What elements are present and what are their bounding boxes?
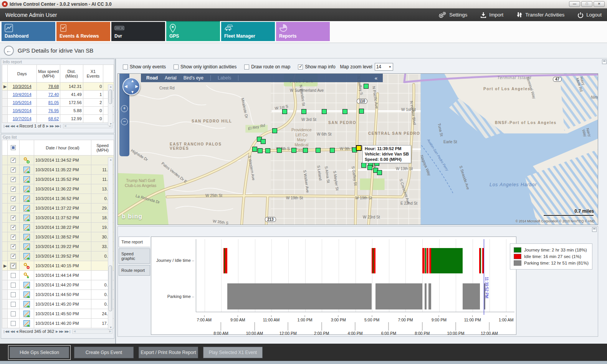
row-checkbox[interactable] [11,273,16,278]
map-compass-control[interactable]: ▲ ▼ ◀ ▶ [122,78,140,95]
gps-marker[interactable] [272,128,277,133]
row-checkbox[interactable] [11,196,16,201]
show-only-ignition-option[interactable]: Show only ignition activities [174,64,237,69]
gps-list-row[interactable]: 10/3/2014 11:38:22 PM19.70 [2,223,114,232]
tab-dashboard[interactable]: Dashboard [2,22,55,41]
gps-list-row[interactable]: 10/3/2014 11:44:14 PM [2,271,114,280]
info-report-scrollbar[interactable] [108,84,113,126]
max-speed-link[interactable]: 78.68 [48,84,59,89]
pager-nextpage-button[interactable]: ▶▶ [50,124,54,128]
column-header-days[interactable]: Days [7,65,36,83]
logout-button[interactable]: Logout [577,12,602,18]
gps-list-row[interactable]: 10/3/2014 11:35:22 PM11.97 [2,165,114,175]
map-panel-collapse-button[interactable] [602,60,607,64]
row-checkbox[interactable] [11,206,16,211]
column-header-x1-events[interactable]: X1 Events [83,65,103,83]
settings-button[interactable]: Settings [438,12,467,18]
gps-marker[interactable] [303,148,308,153]
checkbox[interactable] [244,65,249,69]
map-style-road[interactable]: Road [146,75,158,81]
gps-list-row[interactable]: 10/3/2014 11:36:52 PM0.00 [2,194,114,204]
gps-marker[interactable] [258,148,263,153]
report-tab-speed-graphic[interactable]: Speed graphic [119,248,150,264]
export-print-route-report-button[interactable]: Export / Print Route Report [139,347,198,358]
row-checkbox[interactable] [11,177,16,182]
bing-map[interactable]: Crest RdPeck ParkW Summerland AveMirales… [117,73,598,225]
back-button[interactable]: ← [4,46,14,56]
info-report-row[interactable]: 10/7/201468.6212.990 [2,115,114,123]
gps-marker[interactable] [330,148,335,153]
gps-marker[interactable] [364,84,369,89]
horizontal-scrollbar[interactable] [72,329,112,334]
gps-list-row[interactable]: 10/3/2014 11:37:22 PM29.05 [2,204,114,213]
map-zoom-select[interactable]: 14▼ [375,63,393,71]
gps-marker[interactable] [377,170,382,175]
day-link[interactable]: 10/4/2014 [13,92,31,97]
hide-gps-selection-button[interactable]: Hide Gps Selection [10,347,69,358]
row-checkbox[interactable] [11,225,16,230]
draw-route-option[interactable]: Draw route on map [244,64,290,69]
row-checkbox[interactable] [11,158,16,163]
row-checkbox[interactable] [11,321,16,326]
gps-list-row[interactable]: 10/3/2014 11:39:52 PM0.00 [2,251,114,261]
pager-prev-button[interactable]: ◀ [16,124,18,128]
info-report-row[interactable]: 10/6/201476.955.880 [2,107,114,115]
info-report-row[interactable]: 10/5/201481.05172.562 [2,99,114,107]
pan-right-icon[interactable]: ▶ [135,84,138,88]
gps-list-row[interactable]: 10/3/2014 11:36:22 PM13.28 [2,184,114,194]
row-checkbox[interactable] [11,215,16,220]
tab-events-reviews[interactable]: Events & Reviews [56,22,110,41]
gps-list-row[interactable]: 10/3/2014 11:45:20 PM0.00 [2,299,114,309]
pager-nextpage-button[interactable]: ▶▶ [59,330,63,333]
row-checkbox[interactable] [11,187,16,192]
map-style-labels[interactable]: Labels [218,75,231,81]
checkbox[interactable] [174,65,179,69]
minimize-button[interactable]: — [569,1,580,7]
row-checkbox[interactable] [11,244,16,249]
show-map-info-option[interactable]: Show map info [298,64,335,69]
pager-prev-button[interactable]: ◀ [16,330,18,333]
tab-dvr[interactable]: Dvr [111,22,165,41]
tab-reports[interactable]: Reports [276,22,330,41]
gps-marker[interactable] [282,109,287,114]
gps-list-row[interactable]: 10/3/2014 11:39:22 PM33.21 [2,242,114,251]
checkbox[interactable] [298,65,303,69]
checkbox[interactable] [123,65,128,69]
gps-marker[interactable] [322,109,327,114]
column-header-date-hour[interactable]: Date / hour (local) [34,140,91,156]
gps-marker[interactable] [291,148,296,153]
gps-marker[interactable] [359,109,364,114]
gps-marker[interactable] [301,109,306,114]
gps-marker[interactable] [361,163,366,168]
zoom-in-button[interactable]: + [121,105,128,112]
row-checkbox[interactable] [11,263,16,268]
pan-down-icon[interactable]: ▼ [131,90,134,94]
gps-list-row[interactable]: 10/3/2014 11:45:50 PM24.75 [2,309,114,319]
gps-list-row[interactable]: 10/3/2014 11:44:20 PM0.00 [2,280,114,290]
gps-marker[interactable] [277,148,282,153]
gps-list-scrollbar[interactable] [108,157,113,329]
pager-last-button[interactable]: ▶▶❘ [55,124,61,128]
create-gps-event-button[interactable]: Create Gps Event [74,347,134,358]
day-link[interactable]: 10/3/2014 [13,84,31,89]
row-checkbox[interactable] [11,254,16,259]
gps-marker[interactable] [261,139,266,144]
max-speed-link[interactable]: 76.95 [48,108,59,113]
gps-list-row[interactable]: 10/3/2014 11:38:52 PM30.55 [2,232,114,242]
zoom-out-button[interactable]: − [121,118,128,125]
gps-list-row[interactable]: 10/3/2014 11:44:50 PM0.00 [2,290,114,299]
gps-list-row[interactable]: 10/3/2014 11:34:52 PM [2,156,114,165]
info-report-row[interactable]: ▶10/3/201478.68142.310 [2,83,114,91]
pan-left-icon[interactable]: ◀ [124,84,127,88]
day-link[interactable]: 10/6/2014 [13,108,31,113]
selected-gps-marker[interactable] [356,145,362,151]
gps-list-row[interactable]: 10/3/2014 11:37:52 PM18.63 [2,213,114,223]
row-checkbox[interactable] [11,167,16,172]
max-speed-link[interactable]: 81.05 [48,100,59,105]
transfer-activities-button[interactable]: Transfer Activities [516,12,564,18]
pager-last-button[interactable]: ▶▶❘ [65,330,71,333]
gps-marker[interactable] [367,165,372,170]
pager-next-button[interactable]: ▶ [56,330,58,333]
row-checkbox[interactable] [11,283,16,288]
pager-prevpage-button[interactable]: ◀◀ [10,124,14,128]
